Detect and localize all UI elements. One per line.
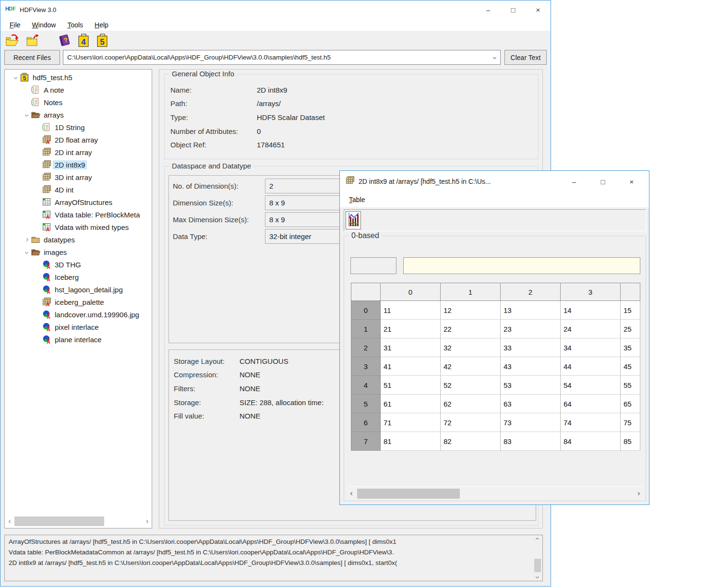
grid-cell[interactable]: 72: [441, 413, 501, 432]
tree-item-hst-lagoon-detail-jpg[interactable]: Ahst_lagoon_detail.jpg: [5, 283, 152, 296]
menu-file[interactable]: File: [5, 20, 25, 30]
help-book-button[interactable]: ?: [57, 34, 72, 47]
grid-cell[interactable]: 55: [621, 376, 640, 395]
grid-cell[interactable]: 12: [441, 301, 501, 320]
menu-help[interactable]: Help: [90, 20, 113, 30]
grid-row-header[interactable]: 2: [351, 338, 381, 357]
scroll-down-icon[interactable]: [536, 575, 539, 578]
tree-item-pixel-interlace[interactable]: Apixel interlace: [5, 321, 152, 333]
tree-item-arrays[interactable]: arrays: [5, 108, 152, 121]
tree-item-2d-int8x9[interactable]: 2D int8x9: [5, 158, 152, 171]
status-vertical-scrollbar[interactable]: [534, 536, 542, 580]
grid-cell[interactable]: 75: [621, 413, 640, 432]
grid-column-header[interactable]: [621, 283, 640, 301]
grid-cell[interactable]: 11: [381, 301, 441, 320]
grid-cell[interactable]: 15: [621, 301, 640, 320]
grid-row-header[interactable]: 5: [351, 395, 381, 413]
maximize-icon[interactable]: □: [588, 171, 617, 192]
grid-cell[interactable]: 33: [501, 338, 561, 357]
scroll-up-icon[interactable]: [536, 538, 539, 541]
grid-cell[interactable]: 71: [381, 413, 441, 432]
tree-item-hdf5-test-h5[interactable]: 5hdf5_test.h5: [5, 71, 152, 84]
grid-row-header[interactable]: 3: [351, 357, 381, 376]
maximize-icon[interactable]: □: [501, 0, 526, 19]
grid-cell[interactable]: 25: [621, 320, 640, 338]
hdf4-lib-button[interactable]: 4: [77, 34, 90, 48]
tree-item-a-note[interactable]: A note: [5, 84, 152, 96]
menu-table[interactable]: Table: [345, 195, 369, 204]
grid-cell[interactable]: 62: [441, 395, 501, 413]
tree-item-notes[interactable]: Notes: [5, 96, 152, 108]
menu-window[interactable]: Window: [28, 20, 60, 30]
recent-files-button[interactable]: Recent Files: [4, 50, 60, 65]
grid-cell[interactable]: 74: [561, 413, 621, 432]
grid-cell[interactable]: 65: [621, 395, 640, 413]
tree-item-vdata-with-mixed-types[interactable]: AVdata with mixed types: [5, 221, 152, 233]
grid-row-header[interactable]: 4: [351, 376, 381, 395]
scroll-right-icon[interactable]: [142, 516, 151, 527]
grid-cell[interactable]: 21: [381, 320, 441, 338]
table-horizontal-scrollbar[interactable]: [347, 486, 643, 501]
tree-item-images[interactable]: images: [5, 246, 152, 258]
grid-cell[interactable]: 22: [441, 320, 501, 338]
grid-column-header[interactable]: 2: [501, 283, 561, 301]
tree-item-2d-int-array[interactable]: 2D int array: [5, 146, 152, 158]
tree-scrollbar-thumb[interactable]: [14, 516, 104, 526]
chevron-right-icon[interactable]: [22, 239, 31, 241]
close-icon[interactable]: ×: [526, 0, 551, 19]
grid-cell[interactable]: 53: [501, 376, 561, 395]
grid-row-header[interactable]: 6: [351, 413, 381, 432]
clear-text-button[interactable]: Clear Text: [504, 50, 547, 65]
grid-cell[interactable]: 43: [501, 357, 561, 376]
line-plot-button[interactable]: [346, 211, 361, 229]
tree-item-vdata-table-perblockmeta[interactable]: AVdata table: PerBlockMeta: [5, 208, 152, 221]
minimize-icon[interactable]: –: [560, 171, 588, 192]
chevron-down-icon[interactable]: [493, 56, 496, 59]
grid-cell[interactable]: 54: [561, 376, 621, 395]
grid-cell[interactable]: 64: [561, 395, 621, 413]
grid-cell[interactable]: 51: [381, 376, 441, 395]
tree-item-2d-float-array[interactable]: A2D float array: [5, 133, 152, 146]
grid-corner-cell[interactable]: [351, 283, 381, 301]
tree-item-arrayofstructures[interactable]: ArrayOfStructures: [5, 196, 152, 208]
status-scrollbar-thumb[interactable]: [534, 559, 541, 572]
tree-horizontal-scrollbar[interactable]: [5, 516, 152, 527]
grid-cell[interactable]: 14: [561, 301, 621, 320]
tree-item-datatypes[interactable]: datatypes: [5, 233, 152, 246]
scroll-left-icon[interactable]: [348, 487, 356, 501]
grid-column-header[interactable]: 1: [441, 283, 501, 301]
grid-cell[interactable]: 24: [561, 320, 621, 338]
grid-cell[interactable]: 61: [381, 395, 441, 413]
grid-cell[interactable]: 32: [441, 338, 501, 357]
grid-cell[interactable]: 52: [441, 376, 501, 395]
tree-item-1d-string[interactable]: 1D String: [5, 121, 152, 133]
grid-cell[interactable]: 44: [561, 357, 621, 376]
grid-cell[interactable]: 41: [381, 357, 441, 376]
open-file-button[interactable]: [5, 34, 20, 47]
tree-item-iceberg[interactable]: AIceberg: [5, 271, 152, 283]
grid-cell[interactable]: 81: [381, 432, 441, 451]
chevron-down-icon[interactable]: [22, 114, 31, 116]
tree-item-3d-int-array[interactable]: 3D int array: [5, 171, 152, 183]
minimize-icon[interactable]: –: [476, 0, 501, 19]
grid-cell[interactable]: 84: [561, 432, 621, 451]
grid-cell[interactable]: 63: [501, 395, 561, 413]
tree-item-plane-interlace[interactable]: Aplane interlace: [5, 333, 152, 346]
main-titlebar[interactable]: HDF HDFView 3.0 – □ ×: [0, 0, 551, 19]
grid-column-header[interactable]: 0: [381, 283, 441, 301]
grid-cell[interactable]: 31: [381, 338, 441, 357]
table-scrollbar-thumb[interactable]: [357, 489, 460, 499]
grid-cell[interactable]: 85: [621, 432, 640, 451]
hdf5-lib-button[interactable]: 5: [96, 34, 109, 48]
chevron-down-icon[interactable]: [11, 76, 20, 79]
grid-column-header[interactable]: 3: [561, 283, 621, 301]
grid-cell[interactable]: 42: [441, 357, 501, 376]
grid-cell[interactable]: 35: [621, 338, 640, 357]
grid-cell[interactable]: 23: [501, 320, 561, 338]
grid-cell[interactable]: 45: [621, 357, 640, 376]
scroll-left-icon[interactable]: [6, 516, 14, 527]
file-path-combobox[interactable]: C:\Users\lori.cooper\AppData\Local\Apps\…: [63, 50, 501, 65]
grid-row-header[interactable]: 7: [351, 432, 381, 451]
cell-value-field[interactable]: [403, 257, 640, 274]
scroll-right-icon[interactable]: [634, 487, 642, 501]
